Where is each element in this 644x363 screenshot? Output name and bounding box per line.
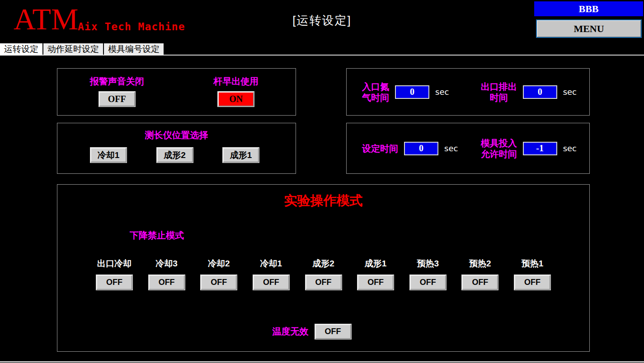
toggle-forming2: 成形2 OFF: [303, 258, 344, 290]
outlet-exhaust-time-field: 出口排出 时间 0 sec: [481, 81, 577, 103]
alarm-sound-toggle[interactable]: OFF: [99, 92, 135, 107]
length-gauge-panel: 测长仪位置选择 冷却1 成形2 成形1: [57, 123, 296, 174]
gauge-position-forming2-button[interactable]: 成形2: [157, 148, 193, 163]
mold-insert-allow-time-field: 模具投入 允许时间 -1 sec: [481, 138, 577, 159]
toggle-cooling3: 冷却3 OFF: [146, 258, 187, 290]
toggle-cooling2: 冷却2 OFF: [198, 258, 239, 290]
toggle-outlet-cooling-button[interactable]: OFF: [96, 275, 132, 290]
tab-operation-settings[interactable]: 运转设定: [0, 43, 42, 56]
toggle-preheat2: 预热2 OFF: [460, 258, 500, 290]
toggle-label: 预热1: [522, 258, 544, 270]
temperature-invalid-toggle[interactable]: OFF: [315, 324, 351, 339]
toggle-label: 冷却1: [260, 258, 282, 270]
set-time-unit: sec: [444, 144, 458, 153]
inlet-nitrogen-time-field: 入口氮 气时间 0 sec: [362, 81, 449, 103]
inlet-nitrogen-time-label: 入口氮 气时间: [362, 81, 389, 103]
tab-mold-number-settings[interactable]: 模具编号设定: [104, 43, 164, 56]
temperature-invalid-group: 温度无效 OFF: [46, 324, 578, 339]
set-time-panel: 设定时间 0 sec 模具投入 允许时间 -1 sec: [346, 123, 590, 174]
outlet-exhaust-time-label: 出口排出 时间: [481, 81, 517, 103]
gauge-position-forming1-button[interactable]: 成形1: [223, 148, 259, 163]
rod-early-out-toggle[interactable]: ON: [218, 92, 254, 107]
alarm-sound-label: 报警声音关闭: [90, 75, 144, 88]
toggle-preheat2-button[interactable]: OFF: [462, 275, 498, 290]
mold-insert-allow-time-label: 模具投入 允许时间: [481, 138, 517, 159]
toggle-label: 成形1: [365, 258, 387, 270]
label-line2: 气时间: [362, 92, 389, 103]
toggle-cooling2-button[interactable]: OFF: [201, 275, 237, 290]
label-line1: 入口氮: [362, 81, 389, 92]
status-banner: BBB: [534, 1, 643, 16]
gauge-position-cooling1-button[interactable]: 冷却1: [90, 148, 127, 163]
experiment-mode-panel: 实验操作模式 下降禁止模式 出口冷却 OFF 冷却3 OFF 冷却2 OFF 冷…: [57, 184, 590, 352]
set-time-input[interactable]: 0: [404, 142, 438, 155]
nitrogen-time-panel: 入口氮 气时间 0 sec 出口排出 时间 0 sec: [346, 68, 590, 116]
temperature-invalid-label: 温度无效: [273, 326, 309, 338]
toggle-cooling1-button[interactable]: OFF: [253, 275, 289, 290]
descend-inhibit-mode-label: 下降禁止模式: [130, 229, 589, 242]
toggle-preheat1: 预热1 OFF: [512, 258, 553, 290]
toggle-cooling3-button[interactable]: OFF: [149, 275, 185, 290]
tab-action-delay-settings[interactable]: 动作延时设定: [43, 43, 103, 56]
label-line1: 出口排出: [481, 81, 517, 92]
toggle-label: 成形2: [312, 258, 334, 270]
toggle-cooling1: 冷却1 OFF: [251, 258, 291, 290]
outlet-exhaust-time-input[interactable]: 0: [523, 85, 557, 99]
alarm-rod-panel: 报警声音关闭 OFF 杆早出使用 ON: [57, 68, 296, 116]
inlet-nitrogen-time-unit: sec: [435, 87, 449, 97]
toggle-forming1-button[interactable]: OFF: [357, 275, 394, 290]
hmi-screen: ATM Aix Tech Machine [运转设定] BBB MENU 运转设…: [0, 0, 644, 363]
outlet-exhaust-time-unit: sec: [563, 87, 577, 97]
set-time-label: 设定时间: [362, 143, 398, 154]
alarm-sound-group: 报警声音关闭 OFF: [57, 69, 177, 115]
toggle-forming2-button[interactable]: OFF: [306, 275, 342, 290]
toggle-label: 出口冷却: [97, 258, 132, 270]
mold-insert-allow-time-unit: sec: [563, 144, 577, 153]
experiment-mode-title: 实验操作模式: [57, 192, 589, 210]
toggle-preheat3-button[interactable]: OFF: [410, 275, 446, 290]
mold-insert-allow-time-input[interactable]: -1: [523, 142, 557, 155]
label-line1: 设定时间: [362, 143, 398, 154]
toggle-label: 冷却2: [208, 258, 230, 270]
screen-bottom-divider: [0, 361, 644, 363]
toggle-preheat3: 预热3 OFF: [408, 258, 448, 290]
toggle-preheat1-button[interactable]: OFF: [514, 275, 550, 290]
descend-inhibit-toggle-row: 出口冷却 OFF 冷却3 OFF 冷却2 OFF 冷却1 OFF 成形2 OFF…: [57, 258, 589, 290]
toggle-label: 预热2: [469, 258, 491, 270]
length-gauge-title: 测长仪位置选择: [57, 129, 296, 141]
toggle-label: 冷却3: [155, 258, 178, 270]
rod-early-out-group: 杆早出使用 ON: [177, 69, 296, 115]
label-line2: 时间: [481, 92, 517, 103]
toggle-forming1: 成形1 OFF: [355, 258, 396, 290]
toggle-outlet-cooling: 出口冷却 OFF: [94, 258, 135, 290]
rod-early-out-label: 杆早出使用: [213, 75, 259, 88]
inlet-nitrogen-time-input[interactable]: 0: [395, 85, 429, 99]
toggle-label: 预热3: [417, 258, 439, 270]
tab-bar: 运转设定 动作延时设定 模具编号设定: [0, 43, 644, 56]
menu-button[interactable]: MENU: [536, 19, 642, 38]
label-line1: 模具投入: [481, 138, 517, 149]
label-line2: 允许时间: [481, 149, 517, 159]
set-time-field: 设定时间 0 sec: [362, 142, 458, 155]
